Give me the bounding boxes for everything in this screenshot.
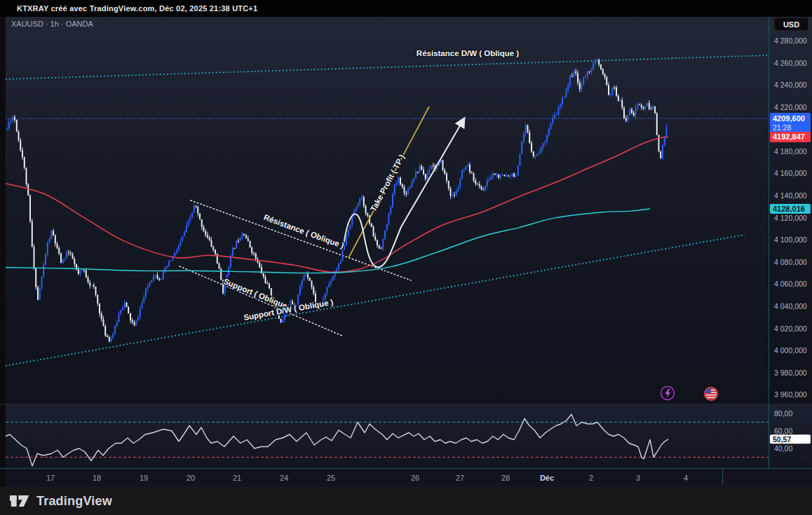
rsi-tick-label: 80,00 <box>774 409 792 418</box>
price-tick-label: 4 120,000 <box>774 214 807 222</box>
chart-legend-symbol[interactable]: XAUUSD · 1h · OANDA <box>11 20 93 28</box>
candle <box>373 226 374 238</box>
rsi-tick-label: 40,00 <box>774 444 792 453</box>
price-tick-label: 3 960,000 <box>774 390 807 399</box>
candle <box>442 160 444 171</box>
candle <box>660 151 661 159</box>
last-price-badge-value: 4209,600 <box>773 114 805 123</box>
candle <box>35 268 36 290</box>
tradingview-logo-text[interactable]: TradingView <box>36 494 112 509</box>
candle <box>348 230 349 237</box>
candle <box>623 106 625 119</box>
price-tick-label: 3 980,000 <box>774 369 807 377</box>
bar-countdown: 21:28 <box>773 123 791 132</box>
ma-red-badge-text: 4192,847 <box>773 132 805 141</box>
rsi-value-badge-text: 50,57 <box>773 435 791 444</box>
time-axis-background[interactable] <box>0 468 812 487</box>
price-tick-label: 4 000,000 <box>774 346 807 355</box>
candle <box>29 194 31 223</box>
candle <box>128 306 129 314</box>
boost-lightning-icon[interactable] <box>661 387 675 400</box>
price-tick-label: 4 240,000 <box>774 81 807 89</box>
candle <box>654 106 656 114</box>
candle <box>236 240 237 249</box>
candle <box>517 165 519 176</box>
time-axis-label: Déc <box>540 474 554 482</box>
time-axis-label: 27 <box>456 474 464 482</box>
candle <box>656 112 658 135</box>
price-tick-label: 4 260,000 <box>774 59 807 67</box>
price-tick-label: 4 140,000 <box>774 191 807 200</box>
time-axis-label: 4 <box>684 474 688 482</box>
candle <box>342 249 344 261</box>
candle <box>350 225 351 230</box>
price-tick-label: 4 080,000 <box>774 258 807 266</box>
candle <box>662 144 663 160</box>
time-axis-label: 18 <box>93 474 101 482</box>
price-tick-label: 4 180,000 <box>774 147 807 156</box>
watermark-text: KTXRAY créé avec TradingView.com, Déc 02… <box>17 4 257 13</box>
candle <box>461 170 463 179</box>
price-tick-label: 4 020,000 <box>774 324 807 333</box>
candle <box>34 244 35 269</box>
candle <box>27 183 29 195</box>
time-axis-label: 24 <box>280 474 288 482</box>
currency-toggle-button[interactable]: USD <box>774 18 808 31</box>
time-axis-label: 17 <box>46 474 55 482</box>
candle <box>114 325 116 336</box>
candle <box>217 253 218 263</box>
candle <box>126 302 128 307</box>
candle <box>174 252 175 257</box>
price-chart-canvas[interactable]: Résistance D/W ( Oblique )Résistance ( O… <box>0 17 812 487</box>
candle <box>41 276 43 289</box>
time-axis-label: 26 <box>411 474 419 482</box>
candle <box>182 236 183 242</box>
candle <box>16 119 18 132</box>
footer-bar: TradingView <box>0 487 812 515</box>
ma-teal-badge-text: 4128,016 <box>773 205 805 213</box>
candle <box>527 125 529 134</box>
time-axis-label: 21 <box>233 474 241 482</box>
candle <box>32 219 33 247</box>
time-axis-label: 20 <box>187 474 195 482</box>
candle <box>220 268 222 281</box>
price-tick-label: 4 280,000 <box>774 36 807 45</box>
candle <box>50 231 52 240</box>
candle <box>384 230 386 240</box>
tradingview-logo-icon[interactable] <box>10 492 31 510</box>
rsi-pane-background <box>0 404 812 468</box>
left-margin-strip <box>0 17 6 487</box>
time-axis-label: 19 <box>140 474 148 482</box>
price-tick-label: 4 220,000 <box>774 103 807 111</box>
candle <box>309 277 311 281</box>
candle <box>466 165 467 170</box>
candle <box>658 135 660 152</box>
time-axis-label: 2 <box>589 474 593 482</box>
tradingview-screenshot: { "meta": { "topbar_text": "KTXRAY créé … <box>0 0 812 515</box>
candle <box>521 141 522 155</box>
candle <box>135 320 137 327</box>
candle <box>250 240 251 248</box>
candle <box>392 192 393 208</box>
candle <box>199 213 201 220</box>
candle <box>45 253 46 265</box>
candle <box>520 153 521 166</box>
time-axis-label: 3 <box>636 474 640 482</box>
time-axis-label: 28 <box>501 474 510 482</box>
us-flag-icon[interactable] <box>705 387 718 401</box>
price-tick-label: 4 040,000 <box>774 302 807 310</box>
watermark-topbar: KTXRAY créé avec TradingView.com, Déc 02… <box>0 0 812 17</box>
candle <box>20 138 21 152</box>
time-axis-label: 25 <box>327 474 335 482</box>
candle <box>26 167 27 186</box>
candle <box>386 223 388 231</box>
label-resistance-dw[interactable]: Résistance D/W ( Oblique ) <box>417 49 519 57</box>
candle <box>606 76 607 86</box>
rsi-tick-label: 60,00 <box>774 427 792 435</box>
candle <box>243 234 245 236</box>
candle <box>388 212 390 226</box>
candle <box>37 285 39 300</box>
price-tick-label: 4 100,000 <box>774 235 807 244</box>
price-tick-label: 4 060,000 <box>774 280 807 288</box>
price-tick-label: 4 160,000 <box>774 169 807 177</box>
